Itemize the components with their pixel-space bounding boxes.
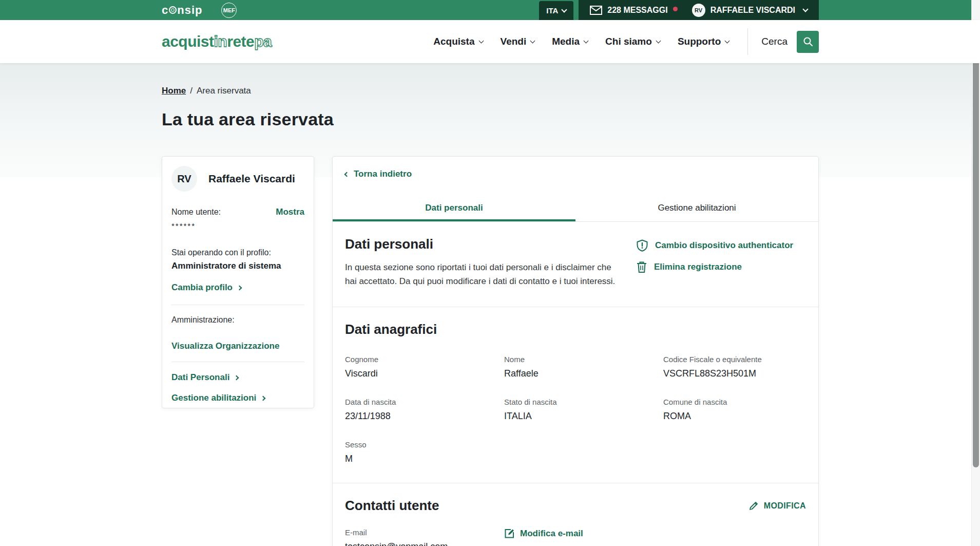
nav-item-chi-siamo[interactable]: Chi siamo [605,36,660,47]
back-link[interactable]: Torna indietro [345,169,818,179]
chevron-down-icon [802,6,808,12]
pencil-icon [748,501,759,511]
consip-logo-text: c [162,4,168,17]
brand-part-outline: in [214,33,227,50]
chevron-down-icon [530,38,535,43]
username-label: Nome utente: [171,208,221,217]
change-authenticator-link[interactable]: Cambio dispositivo authenticator [637,239,806,252]
chevron-down-icon [562,7,567,12]
avatar: RV [692,4,705,17]
field-stato-nascita: Stato di nascita ITALIA [504,398,663,422]
messages-button[interactable]: 228 MESSAGGI [590,6,677,15]
section-description: In questa sezione sono riportati i tuoi … [345,260,622,288]
nav-item-supporto[interactable]: Supporto [678,36,729,47]
view-organization-link[interactable]: Visualizza Organizzazione [171,341,304,351]
divider [171,362,304,362]
active-profile-value: Amministratore di sistema [171,259,304,273]
profile-intro-label: Stai operando con il profilo: [171,247,304,259]
search-icon [803,36,813,47]
top-bar: cnsip MEF ITA 228 MESSAGGI [0,0,980,20]
chevron-down-icon [656,38,661,43]
field-email: E-mail testconsip@yopmail.com [345,528,504,546]
acquistinretepa-logo[interactable]: acquistinretepa [162,33,272,50]
mef-logo-text: MEF [223,7,235,13]
field-comune-nascita: Comune di nascita ROMA [663,398,806,422]
brand-part-solid: acquist [162,33,214,50]
administration-label: Amministrazione: [171,315,304,325]
chevron-left-icon [344,172,350,177]
chevron-right-icon [237,285,242,290]
profile-card: RV Raffaele Viscardi Nome utente: Mostra… [162,156,314,408]
chevron-down-icon [478,38,484,43]
modify-contacts-button[interactable]: MODIFICA [748,501,806,511]
avatar: RV [171,166,197,192]
user-name-label: RAFFAELE VISCARDI [710,6,795,15]
unread-badge [673,7,678,11]
divider [171,305,304,305]
section-dati-personali: Dati personali In questa sezione sono ri… [333,222,818,307]
section-dati-anagrafici: Dati anagrafici Cognome Viscardi Nome Ra… [333,307,818,483]
consip-o-ring-icon [169,6,177,14]
search-button[interactable] [797,31,819,53]
permissions-link[interactable]: Gestione abilitazioni [171,393,304,403]
user-menu[interactable]: RV RAFFAELE VISCARDI [692,4,808,17]
personal-data-link[interactable]: Dati Personali [171,372,304,383]
nav-item-vendi[interactable]: Vendi [501,36,535,47]
profile-name: Raffaele Viscardi [208,173,295,185]
chevron-down-icon [584,38,589,43]
trash-icon [637,261,647,273]
field-data-nascita: Data di nascita 23/11/1988 [345,398,504,422]
section-title: Contatti utente [345,498,439,514]
breadcrumb-separator: / [190,86,193,96]
envelope-icon [590,6,602,15]
shield-alert-icon [637,239,648,252]
brand-part-outline2: pa [254,33,272,50]
language-selector[interactable]: ITA [539,1,573,20]
modify-email-link[interactable]: Modifica e-mail [504,528,806,539]
field-codice-fiscale: Codice Fiscale o equivalente VSCRFL88S23… [663,355,806,379]
edit-square-icon [504,528,515,539]
nav-item-acquista[interactable]: Acquista [433,36,483,47]
brand-part-solid2: rete [227,33,254,50]
chevron-right-icon [261,396,266,401]
user-band: 228 MESSAGGI RV RAFFAELE VISCARDI [579,0,819,20]
section-title: Dati anagrafici [345,322,806,337]
breadcrumb-current: Area riservata [197,86,251,96]
field-cognome: Cognome Viscardi [345,355,504,379]
chevron-right-icon [234,375,239,381]
messages-label: 228 MESSAGGI [607,6,667,15]
tab-gestione-abilitazioni[interactable]: Gestione abilitazioni [575,197,818,221]
nav-item-media[interactable]: Media [552,36,588,47]
consip-logo-text2: nsip [177,4,202,17]
show-username-button[interactable]: Mostra [276,207,304,217]
field-nome: Nome Raffaele [504,355,663,379]
language-label: ITA [546,6,558,15]
nav-divider [747,28,748,55]
personal-data-panel: Torna indietro Dati personali Gestione a… [332,156,819,546]
main-navbar: acquistinretepa Acquista Vendi Media Chi… [0,20,980,63]
section-contatti-utente: Contatti utente MODIFICA E-mail testcons… [333,483,818,546]
change-profile-link[interactable]: Cambia profilo [171,281,304,294]
delete-registration-link[interactable]: Elimina registrazione [637,261,806,273]
breadcrumb-home-link[interactable]: Home [162,86,186,96]
search-label[interactable]: Cerca [761,36,787,47]
breadcrumb: Home / Area riservata [162,86,819,96]
tabs: Dati personali Gestione abilitazioni [333,197,818,222]
section-title: Dati personali [345,236,622,252]
masked-username: ****** [171,221,304,230]
tab-dati-personali[interactable]: Dati personali [333,197,575,221]
page-title: La tua area riservata [162,109,819,129]
mef-logo[interactable]: MEF [221,3,237,18]
field-sesso: Sesso M [345,440,504,464]
chevron-down-icon [725,38,730,43]
consip-logo[interactable]: cnsip [162,4,202,17]
